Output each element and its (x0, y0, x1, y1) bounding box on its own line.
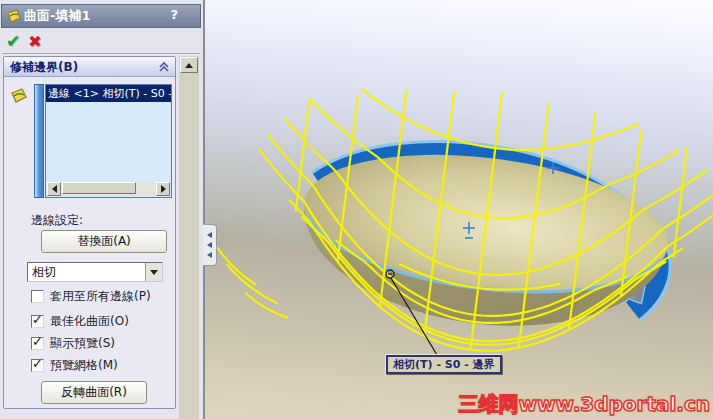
boundary-selection-list[interactable]: 邊線 <1> 相切(T) - S0 - (45, 84, 172, 198)
reverse-surface-button[interactable]: 反轉曲面(R) (41, 381, 147, 404)
curvature-control-value: 相切 (28, 264, 145, 281)
checkbox-label: 預覽網格(M) (50, 357, 118, 374)
scroll-thumb[interactable] (62, 182, 136, 194)
panel-vertical-scrollbar[interactable] (179, 56, 199, 419)
help-button[interactable]: ? (170, 7, 178, 22)
panel-titlebar: 曲面-填補1 ? (1, 4, 201, 28)
scroll-right-button[interactable] (156, 182, 170, 196)
watermark-text: 三维网www.3dportal.cn (458, 391, 710, 418)
collapse-chevron-icon[interactable] (158, 61, 170, 73)
patch-boundary-title: 修補邊界(B) (10, 60, 78, 74)
checkbox-label: 顯示預覽(S) (50, 335, 115, 352)
curvature-control-dropdown[interactable]: 相切 (27, 262, 163, 282)
panel-splitter-handle[interactable] (203, 224, 217, 266)
surface-fill-icon (5, 8, 22, 25)
scroll-up-button[interactable] (180, 57, 198, 73)
list-horizontal-scrollbar[interactable] (47, 182, 170, 196)
edge-settings-label: 邊線設定: (31, 212, 83, 229)
ok-button[interactable]: ✔ (6, 31, 20, 51)
patch-boundary-group: 修補邊界(B) 邊線 <1> 相切(T) - S0 - 邊線設定 (3, 56, 176, 409)
replace-face-button[interactable]: 替換面(A) (41, 230, 167, 253)
patch-boundary-header[interactable]: 修補邊界(B) (4, 57, 175, 77)
edge-callout[interactable]: 相切(T) - S0 - 邊界 (386, 355, 502, 374)
boundary-selection-icon (9, 87, 29, 105)
checkbox-label: 套用至所有邊線(P) (50, 288, 151, 305)
checkbox-apply-to-all-edges[interactable]: ✓ 套用至所有邊線(P) (31, 289, 151, 304)
property-manager-panel: 曲面-填補1 ? ✔ ✖ 修補邊界(B) 邊線 <1> 相切(T) - S (0, 0, 203, 419)
cancel-button[interactable]: ✖ (28, 32, 41, 51)
app-window: 相切(T) - S0 - 邊界 三维网www.3dportal.cn 曲面-填補… (0, 0, 713, 419)
checkbox-optimize-surface[interactable]: ✓ 最佳化曲面(O) (31, 314, 129, 329)
scroll-left-button[interactable] (47, 182, 61, 196)
checkbox-preview-mesh[interactable]: ✓ 預覽網格(M) (31, 358, 118, 373)
divider (2, 53, 200, 54)
selected-boundary-item[interactable]: 邊線 <1> 相切(T) - S0 - (46, 85, 171, 102)
checkbox-show-preview[interactable]: ✓ 顯示預覽(S) (31, 336, 115, 351)
dropdown-arrow-button[interactable] (145, 263, 162, 281)
checkbox-label: 最佳化曲面(O) (50, 313, 129, 330)
panel-title: 曲面-填補1 (24, 7, 90, 25)
active-selection-stripe (34, 84, 44, 198)
